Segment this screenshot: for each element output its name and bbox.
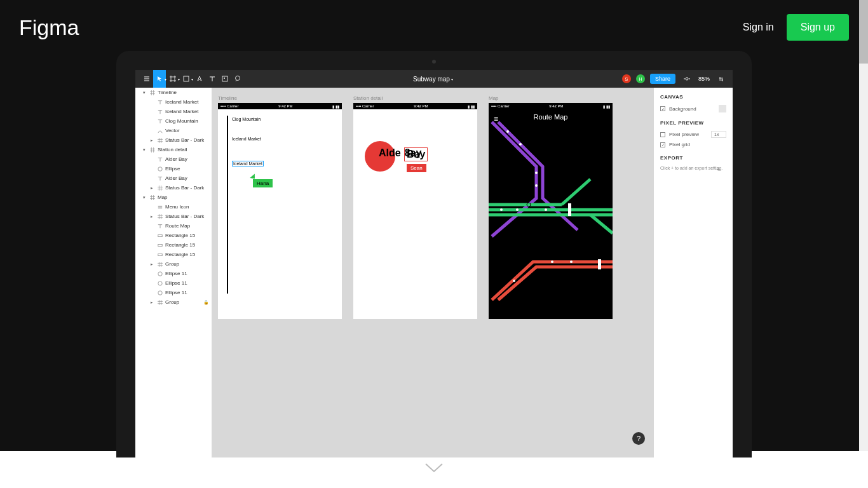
svg-point-25 xyxy=(570,261,573,263)
layer-caret[interactable]: ▸ xyxy=(151,300,154,305)
layer-caret[interactable]: ▸ xyxy=(151,186,154,191)
layer-row[interactable]: ▸Status Bar - Dark xyxy=(135,135,212,145)
artboard-label[interactable]: Map xyxy=(489,95,499,101)
artboard-label[interactable]: Timeline xyxy=(218,95,237,101)
layer-row[interactable]: ▸Status Bar - Dark xyxy=(135,212,212,221)
artboard-timeline[interactable]: Timeline •••• Carrier 9:42 PM ▮ ▮▮ Clog … xyxy=(218,103,342,451)
layer-label: Alder Bay xyxy=(165,156,187,162)
layer-caret[interactable]: ▸ xyxy=(151,138,154,143)
layer-label: Ellipse 11 xyxy=(165,280,187,286)
svg-point-5 xyxy=(158,166,161,170)
layer-row[interactable]: Ellipse 11 xyxy=(135,288,212,297)
layer-row[interactable]: Iceland Market xyxy=(135,107,212,116)
menu-icon[interactable] xyxy=(140,70,153,88)
text-icon xyxy=(157,118,163,124)
signin-button[interactable]: Sign in xyxy=(743,22,774,33)
layer-row[interactable]: ▾Timeline xyxy=(135,88,212,97)
layer-row[interactable]: Rectangle 15 xyxy=(135,250,212,259)
layer-caret[interactable]: ▸ xyxy=(151,262,154,267)
zoom-level[interactable]: 85% xyxy=(698,76,710,82)
svg-rect-27 xyxy=(598,259,601,269)
properties-panel: CANVAS ✓ Background PIXEL PREVIEW Pixel … xyxy=(654,88,733,458)
layer-row[interactable]: ▸Group🔒 xyxy=(135,297,212,307)
settings-icon[interactable] xyxy=(715,70,728,88)
status-bar: •••• Carrier 9:42 PM ▮ ▮▮ xyxy=(489,103,613,109)
layer-row[interactable]: Ellipse 11 xyxy=(135,269,212,278)
avatar-h[interactable]: H xyxy=(636,74,645,83)
pixel-grid-checkbox[interactable]: ✓ xyxy=(660,142,665,147)
layer-row[interactable]: Ellipse 11 xyxy=(135,278,212,288)
layer-label: Iceland Market xyxy=(165,99,198,105)
comment-tool[interactable] xyxy=(231,70,244,88)
layer-row[interactable]: Rectangle 15 xyxy=(135,231,212,240)
pen-tool[interactable] xyxy=(193,70,206,88)
layer-row[interactable]: ▸Group xyxy=(135,259,212,269)
rect-icon xyxy=(157,242,163,248)
document-dropdown[interactable]: ▾ xyxy=(451,77,453,81)
background-color-swatch[interactable] xyxy=(719,105,726,112)
layer-label: Rectangle 15 xyxy=(165,242,195,248)
move-tool[interactable] xyxy=(153,70,166,88)
ellipse-icon xyxy=(157,280,163,286)
figma-logo[interactable]: Figma xyxy=(19,15,79,40)
layer-caret[interactable]: ▸ xyxy=(151,214,154,219)
battery-icon: ▮ ▮▮ xyxy=(468,104,475,109)
collaborator-cursor: Hana xyxy=(253,179,273,187)
pixel-preview-heading: PIXEL PREVIEW xyxy=(660,120,726,126)
background-checkbox[interactable]: ✓ xyxy=(660,106,665,111)
layer-row[interactable]: ▾Map xyxy=(135,193,212,202)
canvas-heading: CANVAS xyxy=(660,94,726,100)
view-settings-icon[interactable] xyxy=(681,70,693,88)
artboard-label[interactable]: Station detail xyxy=(353,95,383,101)
layer-label: Status Bar - Dark xyxy=(165,185,204,191)
layers-panel[interactable]: ▾TimelineIceland MarketIceland MarketClo… xyxy=(135,88,212,458)
frame-icon xyxy=(157,137,163,143)
artboard-map[interactable]: Map •••• Carrier 9:42 PM ▮ ▮▮ ≡ Route Ma… xyxy=(489,103,613,451)
collaborator-tag: Sean xyxy=(407,164,426,172)
layer-row[interactable]: Clog Mountain xyxy=(135,116,212,126)
frame-tool[interactable] xyxy=(166,70,179,88)
time-label: 9:42 PM xyxy=(549,104,563,108)
layer-row[interactable]: ▾Station detail xyxy=(135,145,212,154)
svg-point-26 xyxy=(513,280,515,282)
layer-row[interactable]: Route Map xyxy=(135,221,212,231)
selected-text-node[interactable]: Bay xyxy=(404,147,428,161)
layer-row[interactable]: Menu Icon xyxy=(135,202,212,212)
background-label: Background xyxy=(669,106,696,112)
layer-row[interactable]: Vector xyxy=(135,126,212,135)
layer-row[interactable]: Iceland Market xyxy=(135,97,212,107)
text-tool[interactable] xyxy=(206,70,219,88)
layer-label: Status Bar - Dark xyxy=(165,214,204,219)
page-scrollbar[interactable] xyxy=(859,0,868,451)
avatar-s[interactable]: S xyxy=(622,74,631,83)
svg-point-2 xyxy=(224,78,225,79)
layer-row[interactable]: Alder Bay xyxy=(135,173,212,183)
svg-point-22 xyxy=(545,208,547,211)
status-bar: •••• Carrier 9:42 PM ▮ ▮▮ xyxy=(218,103,342,109)
layer-row[interactable]: Ellipse xyxy=(135,164,212,173)
layer-label: Station detail xyxy=(158,147,187,152)
svg-point-4 xyxy=(686,78,688,80)
canvas[interactable]: Timeline •••• Carrier 9:42 PM ▮ ▮▮ Clog … xyxy=(212,88,654,458)
svg-point-15 xyxy=(535,184,538,187)
help-button[interactable]: ? xyxy=(632,432,645,445)
document-title[interactable]: Subway map xyxy=(413,76,450,83)
signup-button[interactable]: Sign up xyxy=(787,14,849,41)
svg-point-9 xyxy=(158,271,161,275)
artboard-station-detail[interactable]: Station detail •••• Carrier 9:42 PM ▮ ▮▮… xyxy=(353,103,477,451)
image-tool[interactable] xyxy=(219,70,231,88)
layer-row[interactable]: Alder Bay xyxy=(135,154,212,164)
layer-caret[interactable]: ▾ xyxy=(143,147,147,152)
pixel-scale-dropdown[interactable]: 1x xyxy=(711,131,726,138)
shape-tool[interactable] xyxy=(180,70,193,88)
layer-caret[interactable]: ▾ xyxy=(143,195,147,200)
layer-caret[interactable]: ▾ xyxy=(143,90,147,95)
layer-row[interactable]: ▸Status Bar - Dark xyxy=(135,183,212,193)
pixel-preview-checkbox[interactable] xyxy=(660,132,665,137)
svg-point-3 xyxy=(236,76,240,81)
selected-text-node[interactable]: Iceland Market xyxy=(232,161,264,166)
share-button[interactable]: Share xyxy=(650,74,675,84)
layer-row[interactable]: Rectangle 15 xyxy=(135,240,212,250)
layer-label: Alder Bay xyxy=(165,175,187,181)
add-export-button[interactable]: + xyxy=(716,166,720,173)
